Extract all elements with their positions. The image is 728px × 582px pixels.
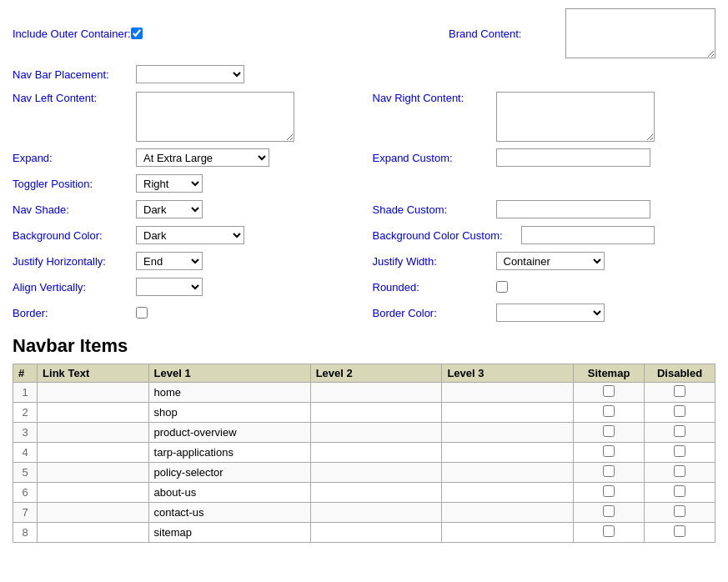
row-level2 bbox=[310, 383, 442, 403]
brand-content-textarea[interactable] bbox=[565, 8, 715, 58]
background-color-custom-label: Background Color Custom: bbox=[373, 229, 515, 242]
table-row: 3product-overview bbox=[13, 423, 715, 443]
toggler-position-select[interactable]: Right Left bbox=[136, 174, 203, 193]
col-header-sitemap: Sitemap bbox=[574, 364, 645, 383]
navbar-items-table: # Link Text Level 1 Level 2 Level 3 Site… bbox=[13, 364, 715, 543]
row-disabled[interactable] bbox=[645, 443, 715, 463]
row-num: 7 bbox=[13, 503, 38, 523]
row-sitemap[interactable] bbox=[574, 423, 645, 443]
row-level1: shop bbox=[148, 403, 310, 423]
row-level2 bbox=[310, 403, 442, 423]
expand-select[interactable]: At Extra Large At Large At Medium Never bbox=[136, 148, 269, 167]
row-level3 bbox=[442, 483, 574, 503]
background-color-custom-input[interactable]: menu_style bbox=[521, 226, 655, 244]
justify-width-select[interactable]: Container Fluid Full bbox=[496, 252, 605, 270]
row-level1: sitemap bbox=[148, 523, 310, 543]
expand-custom-input[interactable] bbox=[496, 148, 650, 167]
row-level3 bbox=[442, 503, 574, 523]
table-row: 4tarp-applications bbox=[13, 443, 715, 463]
include-outer-container-label: Include Outer Container: bbox=[13, 28, 131, 40]
rounded-label: Rounded: bbox=[373, 281, 490, 294]
background-color-select[interactable]: Dark Light Primary Secondary None bbox=[136, 226, 244, 244]
row-disabled[interactable] bbox=[645, 503, 715, 523]
row-level2 bbox=[310, 463, 442, 483]
justify-width-label: Justify Width: bbox=[373, 255, 490, 268]
row-link-text bbox=[38, 423, 148, 443]
nav-shade-label: Nav Shade: bbox=[13, 203, 129, 216]
toggler-position-label: Toggler Position: bbox=[13, 178, 129, 190]
row-level1: policy-selector bbox=[148, 463, 310, 483]
row-level3 bbox=[442, 443, 574, 463]
row-sitemap[interactable] bbox=[574, 483, 645, 503]
shade-custom-label: Shade Custom: bbox=[373, 203, 490, 216]
row-num: 6 bbox=[13, 483, 38, 503]
expand-custom-label: Expand Custom: bbox=[373, 152, 490, 164]
row-disabled[interactable] bbox=[645, 463, 715, 483]
nav-left-content-textarea[interactable] bbox=[136, 92, 294, 142]
col-header-level2: Level 2 bbox=[310, 364, 442, 383]
rounded-checkbox[interactable] bbox=[496, 281, 508, 293]
table-row: 1home bbox=[13, 383, 715, 403]
col-header-disabled: Disabled bbox=[645, 364, 715, 383]
nav-shade-select[interactable]: Dark Light None bbox=[136, 200, 203, 218]
row-link-text bbox=[38, 463, 148, 483]
col-header-num: # bbox=[13, 364, 38, 383]
row-link-text bbox=[38, 443, 148, 463]
row-num: 5 bbox=[13, 463, 38, 483]
col-header-level1: Level 1 bbox=[148, 364, 310, 383]
row-link-text bbox=[38, 403, 148, 423]
border-checkbox[interactable] bbox=[136, 307, 148, 319]
row-disabled[interactable] bbox=[645, 403, 715, 423]
align-vertically-select[interactable]: Top Middle Bottom bbox=[136, 278, 203, 296]
table-row: 7contact-us bbox=[13, 503, 715, 523]
row-num: 2 bbox=[13, 403, 38, 423]
row-sitemap[interactable] bbox=[574, 503, 645, 523]
nav-right-content-label: Nav Right Content: bbox=[373, 92, 490, 104]
nav-bar-placement-select[interactable] bbox=[136, 65, 244, 83]
row-sitemap[interactable] bbox=[574, 403, 645, 423]
include-outer-container-checkbox[interactable] bbox=[131, 28, 143, 39]
row-sitemap[interactable] bbox=[574, 463, 645, 483]
row-link-text bbox=[38, 523, 148, 543]
nav-left-content-label: Nav Left Content: bbox=[13, 92, 129, 104]
row-level3 bbox=[442, 463, 574, 483]
row-level3 bbox=[442, 383, 574, 403]
row-level1: about-us bbox=[148, 483, 310, 503]
row-sitemap[interactable] bbox=[574, 443, 645, 463]
row-disabled[interactable] bbox=[645, 483, 715, 503]
justify-horizontally-label: Justify Horizontally: bbox=[13, 255, 129, 268]
border-color-select[interactable]: Dark Light Primary bbox=[496, 304, 605, 322]
row-level2 bbox=[310, 483, 442, 503]
row-level3 bbox=[442, 423, 574, 443]
nav-bar-placement-label: Nav Bar Placement: bbox=[13, 68, 129, 81]
row-level2 bbox=[310, 503, 442, 523]
row-disabled[interactable] bbox=[645, 523, 715, 543]
align-vertically-label: Align Vertically: bbox=[13, 281, 129, 294]
row-level1: tarp-applications bbox=[148, 443, 310, 463]
background-color-label: Background Color: bbox=[13, 229, 129, 242]
row-disabled[interactable] bbox=[645, 383, 715, 403]
navbar-items-title: Navbar Items bbox=[13, 335, 715, 357]
row-link-text bbox=[38, 383, 148, 403]
row-level2 bbox=[310, 423, 442, 443]
table-row: 5policy-selector bbox=[13, 463, 715, 483]
border-color-label: Border Color: bbox=[373, 307, 490, 319]
col-header-link-text: Link Text bbox=[38, 364, 148, 383]
row-sitemap[interactable] bbox=[574, 383, 645, 403]
shade-custom-input[interactable] bbox=[496, 200, 650, 218]
nav-right-content-textarea[interactable] bbox=[496, 92, 655, 142]
row-num: 8 bbox=[13, 523, 38, 543]
row-sitemap[interactable] bbox=[574, 523, 645, 543]
table-row: 6about-us bbox=[13, 483, 715, 503]
row-level1: contact-us bbox=[148, 503, 310, 523]
row-level1: home bbox=[148, 383, 310, 403]
justify-horizontally-select[interactable]: End Start Center bbox=[136, 252, 203, 270]
row-num: 3 bbox=[13, 423, 38, 443]
row-num: 4 bbox=[13, 443, 38, 463]
brand-content-label: Brand Content: bbox=[449, 28, 565, 40]
table-row: 8sitemap bbox=[13, 523, 715, 543]
border-label: Border: bbox=[13, 307, 129, 319]
row-disabled[interactable] bbox=[645, 423, 715, 443]
row-level3 bbox=[442, 403, 574, 423]
row-level3 bbox=[442, 523, 574, 543]
